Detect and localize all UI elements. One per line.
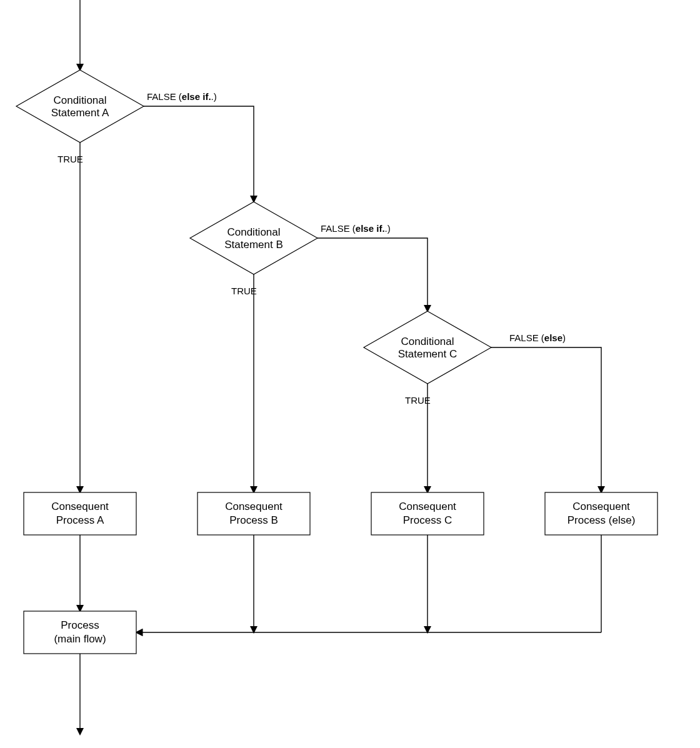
svg-text:Conditional: Conditional [53,94,106,106]
edges [80,0,601,734]
node-process-else: Consequent Process (else) [545,492,658,535]
edge-labels: TRUE TRUE TRUE FALSE (else if..) FALSE (… [58,91,566,406]
svg-rect-18 [545,492,658,535]
node-process-c: Consequent Process C [371,492,484,535]
svg-text:Conditional: Conditional [227,226,280,238]
label-condA-true: TRUE [58,154,83,164]
svg-text:Process C: Process C [403,514,452,526]
svg-rect-21 [24,611,136,654]
node-conditional-c: Conditional Statement C [364,311,491,384]
process-nodes: Consequent Process A Consequent Process … [24,492,658,654]
svg-text:Conditional: Conditional [401,336,454,347]
label-condB-true: TRUE [231,286,257,296]
svg-text:(main flow): (main flow) [54,633,106,645]
label-condC-false: FALSE (else) [509,332,566,343]
edge-condB-false [318,238,428,311]
svg-rect-9 [24,492,136,535]
node-conditional-a: Conditional Statement A [16,70,144,142]
svg-text:Process (else): Process (else) [568,514,636,526]
svg-text:Statement B: Statement B [224,239,283,251]
svg-marker-3 [190,202,318,274]
label-condB-false: FALSE (else if..) [321,223,391,234]
edge-condA-false [144,106,254,202]
svg-text:Process A: Process A [56,514,104,526]
flowchart-diagram: TRUE TRUE TRUE FALSE (else if..) FALSE (… [0,0,700,748]
svg-text:Process: Process [61,619,99,631]
svg-rect-12 [198,492,310,535]
svg-text:Statement C: Statement C [398,348,458,360]
svg-marker-6 [364,311,491,384]
svg-rect-15 [371,492,484,535]
node-process-a: Consequent Process A [24,492,136,535]
node-process-main: Process (main flow) [24,611,136,654]
node-process-b: Consequent Process B [198,492,310,535]
svg-marker-0 [16,70,144,142]
svg-text:Consequent: Consequent [572,501,630,512]
svg-text:Process B: Process B [229,514,278,526]
edge-condC-false [491,347,601,492]
svg-text:Statement A: Statement A [51,107,109,119]
label-condC-true: TRUE [405,395,431,406]
label-condA-false: FALSE (else if..) [147,91,217,102]
svg-text:Consequent: Consequent [51,501,109,512]
svg-text:Consequent: Consequent [225,501,282,512]
node-conditional-b: Conditional Statement B [190,202,318,274]
svg-text:Consequent: Consequent [399,501,456,512]
